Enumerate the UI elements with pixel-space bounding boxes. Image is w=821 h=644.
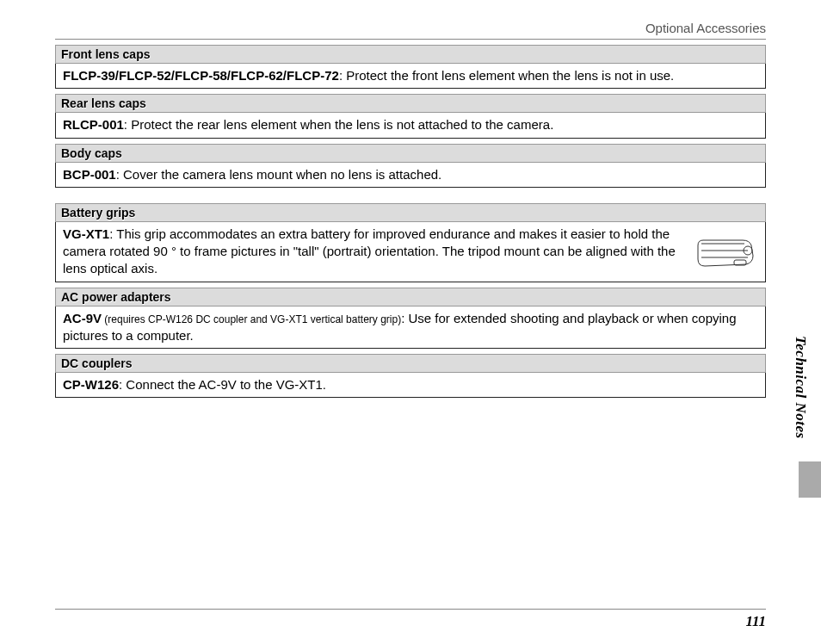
lead-model: AC-9V	[63, 311, 102, 325]
body-text: : This grip accommodates an extra batter…	[63, 226, 676, 276]
section-body: AC-9V (requires CP-W126 DC coupler and V…	[55, 307, 766, 350]
header-title: Optional Accessories	[645, 21, 766, 35]
page-header: Optional Accessories	[55, 21, 766, 39]
battery-grip-icon	[693, 232, 758, 271]
footer-rule	[55, 609, 766, 610]
section-body: BCP-001: Cover the camera lens mount whe…	[55, 163, 766, 188]
page-number: 111	[745, 613, 766, 630]
section-title: AC power adapters	[55, 288, 766, 307]
section-title: DC couplers	[55, 354, 766, 373]
section-body: CP-W126: Connect the AC-9V to the VG-XT1…	[55, 373, 766, 398]
section-title: Rear lens caps	[55, 94, 766, 113]
section-title: Body caps	[55, 144, 766, 163]
section-title: Battery grips	[55, 203, 766, 222]
section-dc-couplers: DC couplers CP-W126: Connect the AC-9V t…	[55, 354, 766, 398]
lead-model: FLCP-39/FLCP-52/FLCP-58/FLCP-62/FLCP-72	[63, 68, 339, 83]
lead-model: RLCP-001	[63, 117, 124, 132]
section-body: VG-XT1: This grip accommodates an extra …	[55, 222, 766, 282]
body-text: : Protect the front lens element when th…	[339, 68, 674, 83]
section-ac-power-adapters: AC power adapters AC-9V (requires CP-W12…	[55, 288, 766, 350]
section-body-caps: Body caps BCP-001: Cover the camera lens…	[55, 144, 766, 188]
lead-model: BCP-001	[63, 167, 116, 182]
body-text: : Protect the rear lens element when the…	[124, 117, 553, 132]
section-battery-grips: Battery grips VG-XT1: This grip accommod…	[55, 203, 766, 282]
section-title: Front lens caps	[55, 45, 766, 64]
lead-model: CP-W126	[63, 377, 119, 392]
lead-model: VG-XT1	[63, 226, 109, 241]
header-rule	[55, 39, 766, 40]
section-body: FLCP-39/FLCP-52/FLCP-58/FLCP-62/FLCP-72:…	[55, 64, 766, 89]
section-front-lens-caps: Front lens caps FLCP-39/FLCP-52/FLCP-58/…	[55, 45, 766, 89]
section-rear-lens-caps: Rear lens caps RLCP-001: Protect the rea…	[55, 94, 766, 138]
side-section-label: Technical Notes	[792, 336, 809, 439]
section-body: RLCP-001: Protect the rear lens element …	[55, 113, 766, 138]
side-tab	[799, 461, 821, 498]
body-text: : Connect the AC-9V to the VG-XT1.	[119, 377, 326, 392]
lead-note: (requires CP-W126 DC coupler and VG-XT1 …	[102, 313, 401, 325]
body-text: : Cover the camera lens mount when no le…	[116, 167, 442, 182]
